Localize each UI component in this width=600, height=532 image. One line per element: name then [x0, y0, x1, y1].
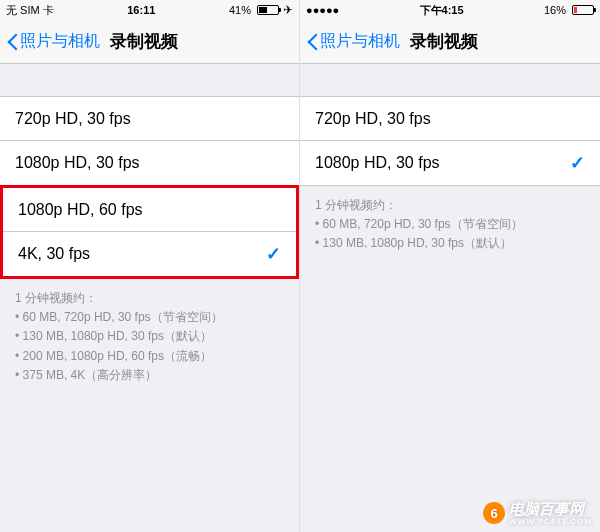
option-1080p-30[interactable]: 1080p HD, 30 fps ✓: [300, 141, 600, 185]
page-title: 录制视频: [110, 30, 178, 53]
battery-icon: [257, 5, 279, 15]
option-label: 1080p HD, 30 fps: [15, 154, 140, 172]
page-title: 录制视频: [410, 30, 478, 53]
watermark-logo-icon: 6: [483, 502, 505, 524]
footer-title: 1 分钟视频约：: [315, 196, 585, 215]
battery-fill: [259, 7, 267, 13]
option-1080p-30[interactable]: 1080p HD, 30 fps: [0, 141, 299, 185]
status-bar: ●●●●● 下午4:15 16%: [300, 0, 600, 20]
watermark-text: 电脑百事网 WWW.PC841.COM: [509, 500, 592, 526]
watermark: 6 电脑百事网 WWW.PC841.COM: [483, 500, 592, 526]
back-label: 照片与相机: [320, 31, 400, 52]
status-time: 下午4:15: [420, 3, 464, 18]
battery-fill: [574, 7, 577, 13]
signal-dots: ●●●●●: [306, 4, 339, 16]
options-list: 720p HD, 30 fps 1080p HD, 30 fps ✓: [300, 96, 600, 186]
option-label: 4K, 30 fps: [18, 245, 90, 263]
footer-line: • 60 MB, 720p HD, 30 fps（节省空间）: [315, 215, 585, 234]
footer-line: • 375 MB, 4K（高分辨率）: [15, 366, 284, 385]
option-720p-30[interactable]: 720p HD, 30 fps: [0, 97, 299, 141]
footer-line: • 130 MB, 1080p HD, 30 fps（默认）: [315, 234, 585, 253]
footer-line: • 200 MB, 1080p HD, 60 fps（流畅）: [15, 347, 284, 366]
options-list: 720p HD, 30 fps 1080p HD, 30 fps: [0, 96, 299, 186]
option-720p-30[interactable]: 720p HD, 30 fps: [300, 97, 600, 141]
option-label: 1080p HD, 30 fps: [315, 154, 440, 172]
battery-percent: 16%: [544, 4, 566, 16]
chevron-left-icon: [308, 32, 320, 52]
left-screenshot: 无 SIM 卡 16:11 41% ✈ 照片与相机 录制视频 720p HD, …: [0, 0, 300, 532]
status-bar: 无 SIM 卡 16:11 41% ✈: [0, 0, 299, 20]
back-label: 照片与相机: [20, 31, 100, 52]
checkmark-icon: ✓: [570, 152, 585, 174]
option-label: 720p HD, 30 fps: [315, 110, 431, 128]
back-button[interactable]: 照片与相机: [308, 31, 400, 52]
option-label: 1080p HD, 60 fps: [18, 201, 143, 219]
footer-line: • 130 MB, 1080p HD, 30 fps（默认）: [15, 327, 284, 346]
footer-line: • 60 MB, 720p HD, 30 fps（节省空间）: [15, 308, 284, 327]
highlight-box: 1080p HD, 60 fps 4K, 30 fps ✓: [0, 185, 299, 279]
right-screenshot: ●●●●● 下午4:15 16% 照片与相机 录制视频 720p HD, 30 …: [300, 0, 600, 532]
option-label: 720p HD, 30 fps: [15, 110, 131, 128]
status-time: 16:11: [127, 4, 155, 16]
footer-note: 1 分钟视频约： • 60 MB, 720p HD, 30 fps（节省空间） …: [300, 186, 600, 264]
battery-percent: 41%: [229, 4, 251, 16]
back-button[interactable]: 照片与相机: [8, 31, 100, 52]
checkmark-icon: ✓: [266, 243, 281, 265]
nav-bar: 照片与相机 录制视频: [300, 20, 600, 64]
chevron-left-icon: [8, 32, 20, 52]
nav-bar: 照片与相机 录制视频: [0, 20, 299, 64]
footer-title: 1 分钟视频约：: [15, 289, 284, 308]
battery-icon: [572, 5, 594, 15]
footer-note: 1 分钟视频约： • 60 MB, 720p HD, 30 fps（节省空间） …: [0, 279, 299, 395]
option-4k-30[interactable]: 4K, 30 fps ✓: [3, 232, 296, 276]
option-1080p-60[interactable]: 1080p HD, 60 fps: [3, 188, 296, 232]
carrier-text: 无 SIM 卡: [6, 3, 54, 18]
airplane-icon: ✈: [283, 3, 293, 17]
